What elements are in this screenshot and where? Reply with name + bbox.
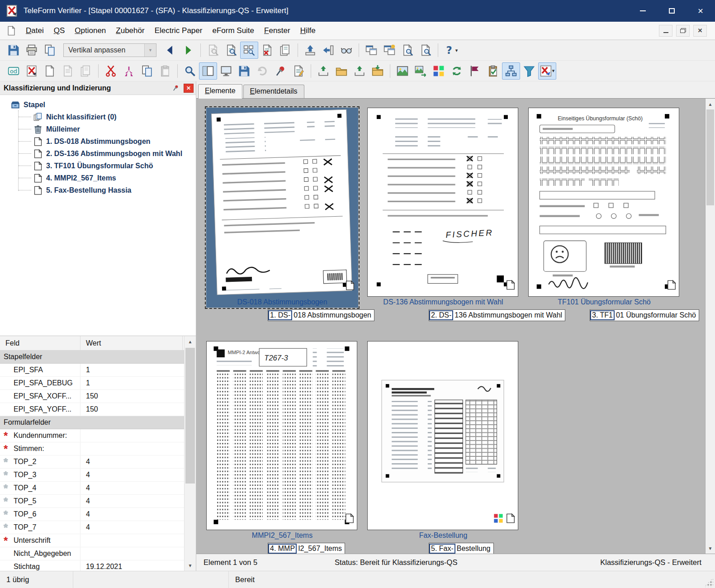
field-row[interactable]: EPI_SFA1 [0,364,184,377]
element-thumbnail-4[interactable]: MMPI-2 Antwortbogen T267-3 [206,341,358,554]
maximize-button[interactable] [657,0,686,22]
next-element-button[interactable] [179,42,197,59]
reprocess-button[interactable] [448,62,466,80]
mdi-restore-button[interactable] [676,25,690,37]
column-header-feld[interactable]: Feld [0,336,80,350]
zoom-page-button[interactable] [398,42,417,59]
zoom-region-button[interactable] [417,42,435,59]
snapshot-button[interactable] [217,62,235,80]
scroll-thumb[interactable] [706,109,714,205]
menu-item-optionen[interactable]: Optionen [70,23,111,38]
return-batch-button[interactable] [319,42,337,59]
copy-button[interactable] [41,42,59,59]
cut-button[interactable] [102,62,120,80]
panel-close-button[interactable]: ✕ [184,84,194,93]
submit-batch-button[interactable] [301,42,319,59]
field-row[interactable]: *TOP_24 [0,455,184,469]
verify-fields-button[interactable] [204,42,222,59]
thumbnail-image-1[interactable] [206,108,357,297]
field-row[interactable]: EPI_SFA_YOFF...150 [0,403,184,416]
field-row[interactable]: *Unterschrift [0,534,184,547]
transfer-image-button[interactable] [412,62,430,80]
menu-item-qs[interactable]: QS [49,23,70,38]
save-image-button[interactable] [235,62,253,80]
combo-dropdown-icon[interactable]: ▼ [144,44,156,57]
dropdown-caret[interactable]: ▾ [455,47,458,53]
field-row[interactable]: *TOP_74 [0,521,184,534]
zoom-button[interactable] [181,62,199,80]
open-batch-button[interactable] [332,62,350,80]
paste-button[interactable] [156,62,174,80]
thumbnail-image-2[interactable]: FISCHER [367,108,518,297]
panel-pin-button[interactable] [170,83,181,93]
teleform-verifier-button[interactable] [23,62,41,80]
copy-element-button[interactable] [138,62,156,80]
tree-item-nicht-klassifiziert[interactable]: Nicht klassifiziert (0) [0,111,196,123]
minimize-button[interactable] [628,0,657,22]
flag-button[interactable] [466,62,484,80]
resize-grip[interactable] [704,578,713,587]
browse-elements-button[interactable] [240,42,258,59]
thumbnail-image-3[interactable]: Einseitiges Übungsformular (Schö) [528,108,679,297]
tree-item-mmpi2[interactable]: 4. MMPI2_567_Items [0,172,196,184]
menu-item-electric-paper[interactable]: Electric Paper [150,23,208,38]
scroll-down-icon[interactable]: ▼ [706,543,715,554]
menu-item-fenster[interactable]: Fenster [259,23,295,38]
import-batch-button[interactable] [369,62,387,80]
export-batch-button[interactable] [314,62,332,80]
tree-item-stapel[interactable]: Stapel [0,99,196,111]
element-thumbnail-1[interactable]: DS-018 Abstimmungsbogen 1. DS-018 Abstim… [206,108,358,323]
classification-qs-button[interactable]: ▾ [538,62,556,80]
new-page-button[interactable] [41,62,59,80]
classification-label[interactable]: 4. MMPI2_567_Items [268,543,345,554]
classify-button[interactable] [430,62,448,80]
tree-item-ds018[interactable]: 1. DS-018 Abstimmungsbogen [0,135,196,147]
reject-form-button[interactable] [258,42,276,59]
field-row[interactable]: EPI_SFA_DEBUG1 [0,377,184,390]
scroll-up-icon[interactable]: ▲ [706,99,715,109]
inspect-button[interactable] [337,42,355,59]
classification-tree-button[interactable] [502,62,520,80]
export-data-button[interactable] [350,62,369,80]
field-row[interactable]: *Kundennummer: [0,429,184,442]
thumbnail-image-5[interactable] [367,341,518,530]
tree-item-tf101[interactable]: 3. TF101 Übungsformular Schö [0,160,196,172]
scroll-thumb[interactable] [185,348,195,484]
close-button[interactable]: ✕ [686,0,715,22]
zoom-fit-select[interactable]: Vertikal anpassen▼ [63,43,156,57]
split-view-button[interactable] [199,62,217,80]
notes-button[interactable] [289,62,308,80]
element-thumbnail-3[interactable]: Einseitiges Übungsformular (Schö) [528,108,680,323]
menu-item-zubehör[interactable]: Zubehör [111,23,149,38]
mdi-close-button[interactable]: ✕ [693,25,707,37]
scroll-up-icon[interactable]: ▲ [185,336,196,347]
document-icon[interactable] [6,26,16,36]
review-form-button[interactable] [222,42,240,59]
field-row[interactable]: *TOP_54 [0,495,184,508]
classification-label[interactable]: 1. DS-018 Abstimmungsbogen [268,309,374,321]
undo-button[interactable] [253,62,271,80]
fields-scrollbar[interactable]: ▲ ▼ [184,336,196,571]
field-row[interactable]: *TOP_34 [0,469,184,482]
classification-label[interactable]: 5. Fax-Bestellung [429,543,494,554]
tree-item-fax[interactable]: 5. Fax-Bestellung Hassia [0,184,196,196]
field-row[interactable]: Nicht_Abgegeben [0,547,184,560]
column-header-wert[interactable]: Wert [80,336,183,350]
element-thumbnail-5[interactable]: Fax-Bestellung 5. Fax-Bestellung [367,341,519,554]
save-button[interactable] [5,42,23,59]
tree-item-ds136[interactable]: 2. DS-136 Abstimmungsbogen mit Wahl [0,147,196,160]
elements-scrollbar[interactable]: ▲ ▼ [705,99,715,554]
mdi-minimize-button[interactable] [659,25,672,37]
thumbnail-image-4[interactable]: MMPI-2 Antwortbogen T267-3 [206,341,357,530]
form-template-button[interactable] [59,62,77,80]
tab-elemente[interactable]: Elemente [198,84,242,99]
dropdown-caret[interactable]: ▾ [552,68,555,74]
split-button[interactable] [120,62,138,80]
scroll-down-icon[interactable]: ▼ [185,560,196,571]
field-row[interactable]: EPI_SFA_XOFF...150 [0,390,184,403]
help-button[interactable]: ▾ [441,42,459,59]
previous-element-button[interactable] [161,42,179,59]
cascade-windows-button[interactable] [362,42,380,59]
field-row[interactable]: Stichtag19.12.2021 [0,560,184,571]
field-row[interactable]: *TOP_64 [0,508,184,521]
